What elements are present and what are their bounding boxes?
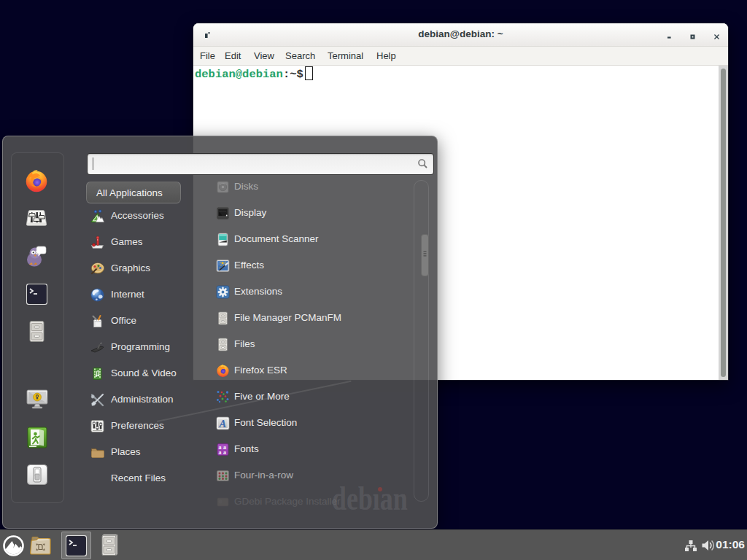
svg-text:a: a [219,449,222,456]
svg-text:A: A [219,418,227,429]
svg-text:a: a [223,449,226,456]
